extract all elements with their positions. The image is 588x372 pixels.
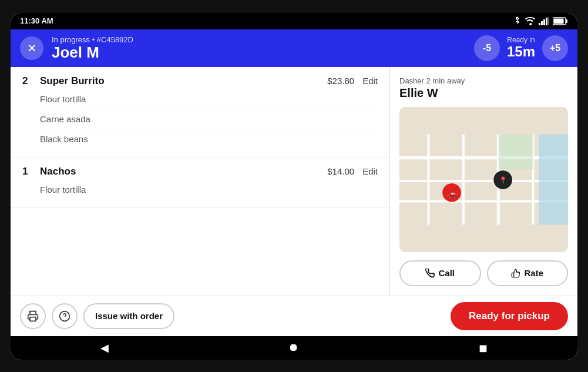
plus-time-button[interactable]: +5 (542, 35, 568, 61)
header-title-area: In progress • #C45892D Joel M (52, 35, 133, 61)
status-icons (513, 16, 568, 26)
order-item-group: 2 Super Burrito $23.80 Edit Flour tortil… (11, 67, 389, 157)
order-subtitle: In progress • #C45892D (52, 35, 133, 44)
battery-icon (553, 17, 568, 25)
map-svg: 🚗 📍 (399, 107, 568, 252)
bottom-bar: Issue with order Ready for pickup (11, 296, 577, 336)
modifier-row: Carne asada (40, 109, 378, 129)
print-button[interactable] (20, 303, 46, 329)
svg-rect-17 (498, 134, 533, 169)
call-button[interactable]: Call (399, 260, 481, 286)
svg-rect-3 (546, 18, 547, 25)
order-item-right: $23.80 Edit (327, 76, 378, 86)
order-item-right: $14.00 Edit (327, 166, 378, 176)
close-button[interactable]: ✕ (20, 36, 43, 60)
svg-rect-2 (543, 19, 545, 25)
rate-label: Rate (524, 268, 543, 278)
svg-rect-6 (566, 19, 568, 23)
order-item-group: 1 Nachos $14.00 Edit Flour tortilla (11, 157, 389, 208)
main-content: 2 Super Burrito $23.80 Edit Flour tortil… (11, 67, 577, 296)
help-icon (59, 310, 70, 322)
home-nav-icon[interactable]: ⏺ (288, 341, 299, 354)
svg-text:📍: 📍 (499, 176, 508, 184)
item-name: Super Burrito (40, 75, 105, 87)
ready-in-time: 15m (507, 44, 535, 59)
item-modifiers: Flour tortilla (22, 177, 378, 199)
modifier-row: Black beans (40, 129, 378, 149)
ready-in-display: Ready in 15m (507, 36, 535, 59)
edit-item-button[interactable]: Edit (362, 166, 378, 176)
help-button[interactable] (52, 303, 78, 329)
customer-name: Joel M (52, 44, 133, 61)
svg-rect-22 (30, 317, 36, 321)
call-label: Call (438, 268, 455, 278)
item-price: $23.80 (327, 76, 354, 86)
back-nav-icon[interactable]: ◀ (100, 341, 109, 354)
svg-rect-16 (539, 134, 568, 224)
rate-icon (511, 269, 520, 278)
order-item-header: 1 Nachos $14.00 Edit (22, 166, 378, 177)
item-qty: 2 (22, 75, 32, 87)
issue-label: Issue with order (95, 311, 163, 321)
bluetooth-icon (513, 16, 521, 26)
phone-icon (425, 269, 435, 278)
ready-for-pickup-button[interactable]: Ready for pickup (451, 302, 568, 330)
header: ✕ In progress • #C45892D Joel M -5 Ready… (11, 29, 577, 67)
map-container: 🚗 📍 (399, 107, 568, 252)
recent-nav-icon[interactable]: ◼ (479, 341, 488, 354)
right-panel: Dasher 2 min away Ellie W (389, 67, 577, 296)
item-modifiers: Flour tortilla Carne asada Black beans (22, 87, 378, 149)
minus-time-button[interactable]: -5 (474, 35, 500, 61)
item-qty: 1 (22, 166, 32, 177)
dasher-name: Ellie W (399, 86, 568, 100)
rate-button[interactable]: Rate (487, 260, 569, 286)
svg-text:🚗: 🚗 (447, 188, 458, 198)
header-right: -5 Ready in 15m +5 (474, 35, 568, 61)
print-icon (27, 310, 39, 322)
order-item-left: 1 Nachos (22, 166, 76, 177)
wifi-icon (525, 17, 535, 25)
issue-button[interactable]: Issue with order (83, 303, 174, 329)
modifier-row: Flour tortilla (40, 89, 378, 109)
dasher-eta: Dasher 2 min away (399, 76, 568, 85)
nav-bar: ◀ ⏺ ◼ (11, 336, 577, 360)
header-left: ✕ In progress • #C45892D Joel M (20, 35, 133, 61)
item-name: Nachos (40, 166, 76, 177)
order-list: 2 Super Burrito $23.80 Edit Flour tortil… (11, 67, 389, 296)
order-item-header: 2 Super Burrito $23.80 Edit (22, 75, 378, 87)
order-item-left: 2 Super Burrito (22, 75, 105, 87)
item-price: $14.00 (327, 166, 354, 176)
svg-rect-0 (539, 23, 540, 25)
status-bar: 11:30 AM (11, 13, 577, 29)
svg-rect-1 (541, 21, 543, 25)
time-display: 11:30 AM (20, 16, 53, 25)
bottom-left: Issue with order (20, 303, 174, 329)
svg-rect-4 (548, 17, 549, 25)
action-buttons: Call Rate (399, 260, 568, 286)
dasher-info: Dasher 2 min away Ellie W (399, 76, 568, 100)
ready-in-label: Ready in (507, 36, 535, 44)
edit-item-button[interactable]: Edit (362, 76, 378, 86)
modifier-row: Flour tortilla (40, 180, 378, 199)
ready-label: Ready for pickup (469, 310, 550, 321)
signal-icon (539, 17, 549, 25)
svg-rect-7 (554, 18, 564, 24)
